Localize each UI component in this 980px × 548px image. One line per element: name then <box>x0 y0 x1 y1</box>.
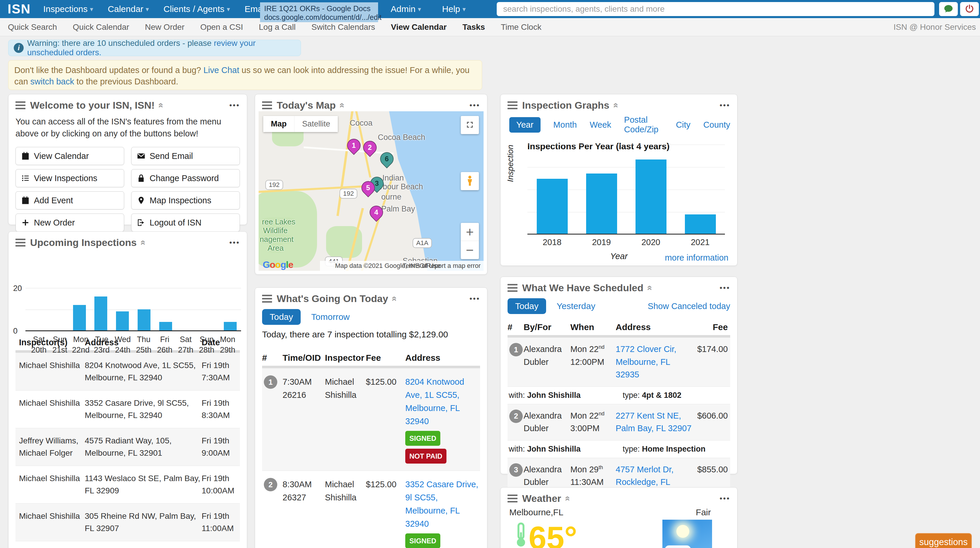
map-view-button[interactable]: Map <box>263 116 294 132</box>
collapse-chevron-icon[interactable]: » <box>137 240 148 245</box>
tab-today[interactable]: Today <box>262 309 301 325</box>
table-row[interactable]: 2 Alexandra Dubler Mon 22nd3:00PM 2277 K… <box>508 404 730 440</box>
subnav-open-a-csi[interactable]: Open a CSI <box>192 22 251 32</box>
card-menu-button[interactable]: ••• <box>720 283 730 292</box>
zoom-out-button[interactable]: − <box>461 241 479 259</box>
collapse-chevron-icon[interactable]: » <box>561 496 572 501</box>
table-row[interactable]: 1 Alexandra Dubler Mon 22nd12:00PM 1772 … <box>508 337 730 386</box>
bar-mon-22nd[interactable] <box>73 305 86 330</box>
bar-2018[interactable] <box>537 179 568 233</box>
report-map-error-link[interactable]: Report a map error <box>426 262 480 270</box>
secondary-navbar: Quick SearchQuick CalendarNew OrderOpen … <box>0 18 980 36</box>
map-marker-button[interactable]: Map Inspections <box>131 191 240 210</box>
tab-county[interactable]: County <box>703 120 730 130</box>
table-row[interactable]: Michael Shishilla 3352 Casare Drive, 9l … <box>16 390 240 428</box>
envelope-button[interactable]: Send Email <box>131 147 240 165</box>
live-chat-link[interactable]: Live Chat <box>204 65 239 75</box>
drag-handle-icon[interactable] <box>508 284 517 292</box>
list-button[interactable]: View Inspections <box>16 169 124 187</box>
subnav-tasks[interactable]: Tasks <box>455 22 493 32</box>
search-input[interactable] <box>497 2 934 16</box>
nav-inspections[interactable]: Inspections▾ <box>43 4 93 14</box>
more-information-link[interactable]: more information <box>665 253 729 263</box>
subnav-quick-calendar[interactable]: Quick Calendar <box>65 22 137 32</box>
switch-back-link[interactable]: switch back <box>30 77 74 86</box>
list-icon <box>21 174 30 183</box>
satellite-view-button[interactable]: Satellite <box>294 116 338 132</box>
table-row[interactable]: Jeffrey Williams, Michael Folger 106 Atl… <box>16 541 240 548</box>
bar-2021[interactable] <box>685 214 716 233</box>
card-menu-button[interactable]: ••• <box>229 238 240 247</box>
address-link[interactable]: 2277 Kent St NE, Palm Bay, FL 32907 <box>616 411 692 433</box>
table-row[interactable]: 2 8:30AM26327 Michael Shishilla $125.00 … <box>262 470 480 548</box>
tab-month[interactable]: Month <box>554 120 577 130</box>
weather-city: Melbourne,FL <box>509 507 563 517</box>
bar-thu-25th[interactable] <box>138 309 151 331</box>
x-tick-label: Sun21st <box>49 334 70 356</box>
zoom-in-button[interactable]: + <box>461 223 479 241</box>
subnav-log-a-call[interactable]: Log a Call <box>251 22 304 32</box>
col-address: Address <box>405 353 480 363</box>
tab-week[interactable]: Week <box>590 120 611 130</box>
card-menu-button[interactable]: ••• <box>720 494 730 503</box>
drag-handle-icon[interactable] <box>16 102 25 109</box>
subnav-view-calendar[interactable]: View Calendar <box>383 22 455 32</box>
card-menu-button[interactable]: ••• <box>469 101 480 110</box>
bar-mon-29th[interactable] <box>224 322 237 330</box>
collapse-chevron-icon[interactable]: » <box>336 103 347 108</box>
nav-help[interactable]: Help▾ <box>442 4 466 14</box>
tab-today[interactable]: Today <box>508 298 546 314</box>
tab-postal-code-zip[interactable]: Postal Code/Zip <box>624 115 663 134</box>
google-map[interactable]: CocoaCocoa BeachIndianHarbour Beachourne… <box>259 111 484 271</box>
logout-power-button[interactable] <box>960 2 979 16</box>
fullscreen-button[interactable] <box>461 116 479 134</box>
show-canceled-link[interactable]: Show Canceled today <box>648 302 730 311</box>
collapse-chevron-icon[interactable]: » <box>155 103 165 108</box>
bar-tue-23rd[interactable] <box>94 297 107 330</box>
logout-button[interactable]: Logout of ISN <box>131 213 240 232</box>
card-menu-button[interactable]: ••• <box>469 294 480 303</box>
address-link[interactable]: 1772 Clover Cir, Melbourne, FL 32935 <box>616 345 676 379</box>
plus-button[interactable]: New Order <box>16 213 124 232</box>
isn-logo[interactable]: ISN <box>8 2 39 16</box>
bar-2019[interactable] <box>586 173 617 233</box>
drag-handle-icon[interactable] <box>16 239 25 246</box>
pegman-streetview-control[interactable] <box>461 172 479 190</box>
table-row[interactable]: 1 7:30AM26216 Michael Shishilla $125.00 … <box>262 368 480 470</box>
calendar-button[interactable]: View Calendar <box>16 147 124 165</box>
bar-fri-26th[interactable] <box>159 322 172 330</box>
suggestions-button[interactable]: suggestions <box>915 533 972 548</box>
nav-calendar[interactable]: Calendar▾ <box>108 4 149 14</box>
table-row[interactable]: Jeffrey Williams, Michael Folger 4575 Ra… <box>16 428 240 465</box>
table-row[interactable]: Michael Shishilla 1143 Weslaco St SE, Pa… <box>16 465 240 503</box>
drag-handle-icon[interactable] <box>508 102 517 109</box>
drag-handle-icon[interactable] <box>262 295 272 303</box>
subnav-new-order[interactable]: New Order <box>137 22 192 32</box>
bar-wed-24th[interactable] <box>116 311 129 330</box>
subnav-quick-search[interactable]: Quick Search <box>0 22 65 32</box>
tab-year[interactable]: Year <box>509 117 541 133</box>
bar-2020[interactable] <box>635 159 667 233</box>
collapse-chevron-icon[interactable]: » <box>388 296 399 302</box>
calendar-plus-button[interactable]: Add Event <box>16 191 124 210</box>
card-menu-button[interactable]: ••• <box>229 101 240 110</box>
tab-yesterday[interactable]: Yesterday <box>557 301 595 311</box>
nav-clients-agents[interactable]: Clients / Agents▾ <box>164 4 230 14</box>
collapse-chevron-icon[interactable]: » <box>609 103 620 108</box>
address-link[interactable]: 8204 Knotwood Ave, 1L SC55, Melbourne, F… <box>405 375 480 428</box>
nav-admin[interactable]: Admin▾ <box>391 4 421 14</box>
address-link[interactable]: 3352 Casare Drive, 9l SC55, Melbourne, F… <box>405 478 480 531</box>
table-row[interactable]: Michael Shishilla 305 Rheine Rd NW, Palm… <box>16 503 240 541</box>
chat-button[interactable] <box>939 2 958 16</box>
subnav-time-clock[interactable]: Time Clock <box>493 22 549 32</box>
map-label: Cocoa Beach <box>378 133 425 142</box>
collapse-chevron-icon[interactable]: » <box>643 285 654 291</box>
drag-handle-icon[interactable] <box>508 494 517 502</box>
drag-handle-icon[interactable] <box>262 102 272 109</box>
tab-city[interactable]: City <box>676 120 690 130</box>
card-menu-button[interactable]: ••• <box>720 101 730 110</box>
table-row[interactable]: Michael Shishilla 8204 Knotwood Ave, 1L … <box>16 353 240 390</box>
subnav-switch-calendars[interactable]: Switch Calendars <box>304 22 383 32</box>
lock-button[interactable]: Change Password <box>131 169 240 187</box>
tab-tomorrow[interactable]: Tomorrow <box>311 312 350 322</box>
